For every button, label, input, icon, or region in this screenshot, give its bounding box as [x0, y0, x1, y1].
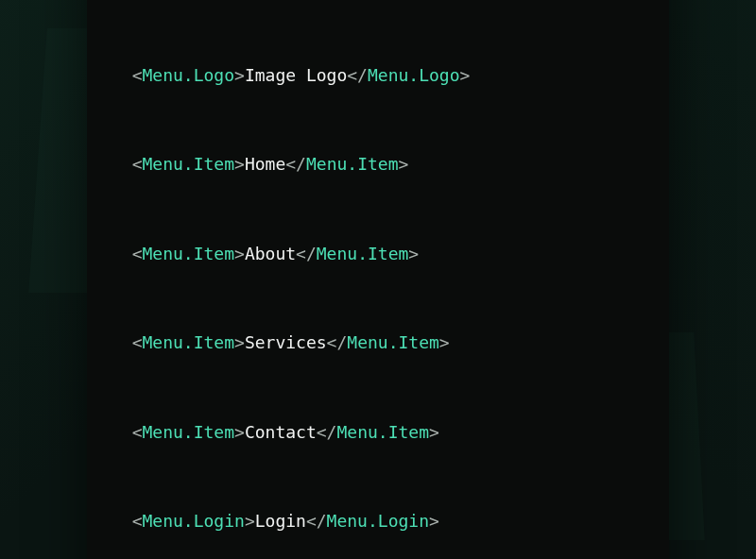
- jsx-tag: Menu.Item: [143, 332, 235, 352]
- jsx-text: Login: [255, 511, 306, 531]
- jsx-tag: Menu.Item: [306, 154, 399, 174]
- code-content[interactable]: <Menu> <Menu.Logo>Image Logo</Menu.Logo>…: [87, 0, 669, 559]
- code-line: <Menu.Logo>Image Logo</Menu.Logo>: [112, 60, 644, 91]
- jsx-text: Home: [245, 154, 285, 174]
- jsx-tag: Menu.Login: [143, 511, 245, 531]
- jsx-text: Contact: [245, 422, 317, 442]
- jsx-tag: Menu.Item: [347, 332, 439, 352]
- code-line: <Menu.Item>Home</Menu.Item>: [112, 149, 644, 179]
- jsx-tag: Menu.Logo: [143, 65, 235, 85]
- code-line: <Menu>: [112, 0, 644, 1]
- code-line: <Menu.Login>Login</Menu.Login>: [112, 506, 644, 536]
- jsx-tag: Menu.Item: [143, 422, 235, 442]
- jsx-tag: Menu.Item: [336, 422, 429, 442]
- jsx-tag: Menu.Item: [143, 154, 235, 174]
- code-editor-window: index.jsx <Menu> <Menu.Logo>Image Logo</…: [87, 0, 669, 559]
- jsx-text: About: [245, 244, 296, 263]
- jsx-text: Services: [245, 332, 327, 352]
- jsx-tag: Menu.Logo: [368, 65, 460, 85]
- jsx-text: Image Logo: [245, 65, 347, 85]
- code-line: <Menu.Item>Services</Menu.Item>: [112, 328, 644, 358]
- code-line: <Menu.Item>Contact</Menu.Item>: [112, 417, 644, 448]
- code-line: <Menu.Item>About</Menu.Item>: [112, 239, 644, 269]
- jsx-tag: Menu.Item: [143, 244, 235, 263]
- jsx-tag: Menu.Item: [317, 244, 409, 263]
- jsx-tag: Menu.Login: [327, 511, 429, 531]
